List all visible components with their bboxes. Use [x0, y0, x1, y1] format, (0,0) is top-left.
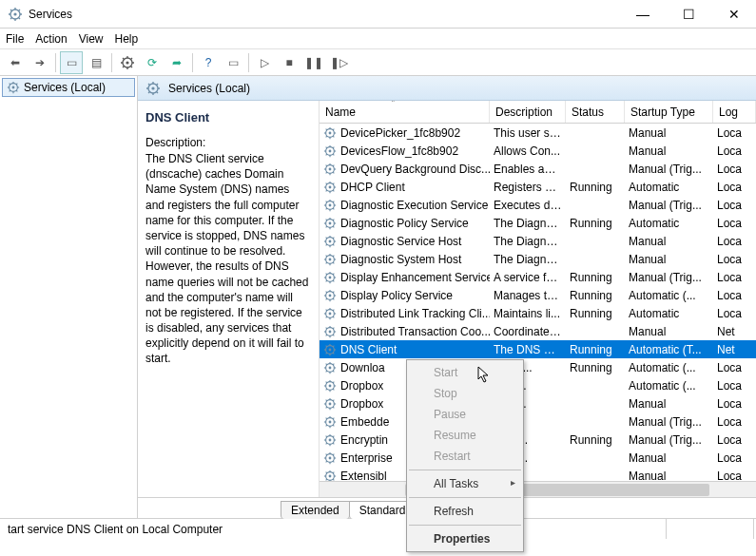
status-cell [579, 519, 667, 539]
ctx-start[interactable]: Start [407, 362, 523, 383]
ctx-all-tasks-label: All Tasks [434, 477, 478, 490]
pane-title: Services (Local) [168, 82, 250, 95]
menu-help[interactable]: Help [115, 32, 139, 46]
tree-node-services-local[interactable]: Services (Local) [2, 78, 135, 97]
help-button[interactable]: ? [197, 51, 220, 74]
props-button[interactable]: ▭ [222, 51, 244, 74]
col-logon[interactable]: Log [713, 101, 756, 123]
properties-button[interactable]: ▤ [85, 51, 107, 74]
forward-button[interactable]: ➔ [29, 51, 51, 74]
service-row[interactable]: DNS ClientThe DNS Cli...RunningAutomatic… [320, 340, 756, 358]
app-icon [8, 7, 23, 22]
service-row[interactable]: Diagnostic Policy ServiceThe Diagno...Ru… [320, 214, 756, 232]
separator [248, 53, 249, 72]
service-row[interactable]: Embedde bed...Manual (Trig...Loca [320, 412, 756, 431]
horizontal-scrollbar[interactable] [320, 481, 756, 497]
service-icon[interactable] [116, 51, 139, 74]
context-menu: Start Stop Pause Resume Restart All Task… [406, 359, 524, 552]
start-service-button[interactable]: ▷ [253, 51, 276, 74]
separator [111, 53, 112, 72]
menu-action[interactable]: Action [35, 32, 67, 46]
description-label: Description: [145, 136, 311, 149]
col-description[interactable]: Description [490, 101, 566, 123]
refresh-button[interactable]: ⟳ [141, 51, 164, 74]
service-row[interactable]: DevicesFlow_1fc8b902Allows Con...ManualL… [320, 142, 756, 160]
close-button[interactable]: ✕ [720, 7, 748, 22]
show-hide-tree-button[interactable]: ▭ [60, 51, 83, 74]
window-title: Services [29, 8, 629, 21]
export-button[interactable]: ➦ [165, 51, 188, 74]
service-row[interactable]: Diagnostic Execution ServiceExecutes di.… [320, 196, 756, 214]
service-row[interactable]: Diagnostic System HostThe Diagno...Manua… [320, 250, 756, 268]
separator [192, 53, 193, 72]
col-name[interactable]: Name [320, 101, 490, 123]
ctx-refresh[interactable]: Refresh [407, 501, 523, 522]
ctx-all-tasks[interactable]: All Tasks▸ [407, 473, 523, 494]
submenu-arrow-icon: ▸ [511, 477, 515, 488]
service-row[interactable]: Enterprise s ent...ManualLoca [320, 449, 756, 467]
col-startup[interactable]: Startup Type [625, 101, 713, 123]
tree-pane: Services (Local) [0, 76, 138, 518]
menu-file[interactable]: File [6, 32, 24, 46]
statusbar: tart service DNS Client on Local Compute… [0, 518, 756, 539]
tree-node-label: Services (Local) [24, 81, 106, 94]
ctx-pause[interactable]: Pause [407, 404, 523, 425]
description-text: The DNS Client service (dnscache) caches… [145, 151, 311, 367]
ctx-properties[interactable]: Properties [407, 528, 523, 549]
service-list: ˄ Name Description Status Startup Type L… [319, 101, 756, 497]
ctx-restart[interactable]: Restart [407, 446, 523, 467]
service-row[interactable]: Distributed Transaction Coo...Coordinate… [320, 322, 756, 340]
window-buttons: — ☐ ✕ [629, 7, 748, 22]
restart-service-button[interactable]: ❚▷ [327, 51, 350, 74]
gear-icon [145, 81, 161, 96]
service-row[interactable]: Encryptin es th...RunningManual (Trig...… [320, 431, 756, 449]
pane-header: Services (Local) [138, 76, 756, 101]
service-row[interactable]: DevicePicker_1fc8b902This user ser...Man… [320, 124, 756, 142]
service-row[interactable]: Diagnostic Service HostThe Diagno...Manu… [320, 232, 756, 250]
ctx-stop[interactable]: Stop [407, 383, 523, 404]
service-row[interactable]: Distributed Link Tracking Cli...Maintain… [320, 304, 756, 322]
sort-indicator-icon: ˄ [391, 101, 396, 108]
toolbar: ⬅ ➔ ▭ ▤ ⟳ ➦ ? ▭ ▷ ■ ❚❚ ❚▷ [0, 49, 756, 76]
minimize-button[interactable]: — [629, 7, 657, 22]
pause-service-button[interactable]: ❚❚ [302, 51, 325, 74]
maximize-button[interactable]: ☐ [674, 7, 703, 22]
stop-service-button[interactable]: ■ [278, 51, 300, 74]
service-row[interactable]: Extensibl ensi...ManualLoca [320, 467, 756, 481]
main-area: Services (Local) Services (Local) DNS Cl… [0, 76, 756, 518]
back-button[interactable]: ⬅ [4, 51, 27, 74]
service-row[interactable]: Downloa ws se...RunningAutomatic (...Loc… [320, 358, 756, 376]
service-row[interactable]: Dropbox rour ...ManualLoca [320, 394, 756, 412]
titlebar: Services — ☐ ✕ [0, 0, 756, 29]
tab-extended[interactable]: Extended [281, 501, 350, 519]
ctx-resume[interactable]: Resume [407, 425, 523, 446]
menu-separator [409, 470, 521, 470]
menubar: File Action View Help [0, 29, 756, 49]
service-row[interactable]: Dropbox rour ...Automatic (...Loca [320, 376, 756, 394]
col-status[interactable]: Status [566, 101, 625, 123]
service-row[interactable]: DevQuery Background Disc...Enables app..… [320, 160, 756, 178]
service-row[interactable]: Display Policy ServiceManages th...Runni… [320, 286, 756, 304]
service-rows[interactable]: DevicePicker_1fc8b902This user ser...Man… [320, 124, 756, 481]
menu-view[interactable]: View [79, 32, 104, 46]
service-name: DNS Client [145, 110, 311, 125]
separator [55, 53, 56, 72]
menu-separator [409, 497, 521, 498]
menu-separator [409, 525, 521, 526]
detail-pane: DNS Client Description: The DNS Client s… [138, 101, 319, 497]
ctx-properties-label: Properties [434, 532, 490, 546]
status-cell [667, 519, 754, 539]
service-row[interactable]: DHCP ClientRegisters an...RunningAutomat… [320, 178, 756, 196]
column-headers: ˄ Name Description Status Startup Type L… [320, 101, 756, 124]
service-row[interactable]: Display Enhancement ServiceA service fo.… [320, 268, 756, 286]
